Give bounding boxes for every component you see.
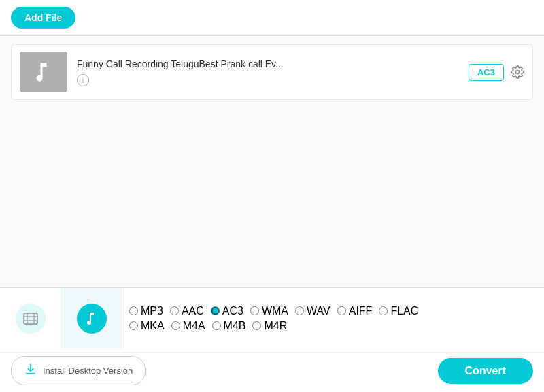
format-label-wma: WMA [262, 305, 288, 317]
radio-m4a[interactable] [171, 321, 180, 330]
top-bar: Add File [0, 0, 544, 36]
radio-wav[interactable] [295, 306, 304, 315]
radio-aiff[interactable] [337, 306, 346, 315]
format-option-flac[interactable]: FLAC [379, 305, 418, 317]
format-row-2: MKAM4AM4BM4R [129, 320, 537, 332]
radio-m4b[interactable] [212, 321, 221, 330]
format-label-aac: AAC [182, 305, 204, 317]
radio-m4r[interactable] [252, 321, 261, 330]
format-label-m4a: M4A [183, 320, 205, 332]
radio-flac[interactable] [379, 306, 388, 315]
radio-mp3[interactable] [129, 306, 138, 315]
radio-mka[interactable] [129, 321, 138, 330]
format-row-1: MP3AACAC3WMAWAVAIFFFLAC [129, 305, 537, 317]
format-option-wma[interactable]: WMA [250, 305, 288, 317]
add-file-button[interactable]: Add File [11, 7, 75, 29]
format-badge[interactable]: AC3 [469, 64, 504, 81]
download-icon [24, 362, 37, 379]
music-note-icon [31, 60, 56, 84]
format-label-ac3: AC3 [222, 305, 243, 317]
file-name: Funny Call Recording TeluguBest Prank ca… [77, 58, 376, 69]
info-icon[interactable]: i [77, 74, 89, 86]
format-label-flac: FLAC [390, 305, 418, 317]
action-bar: Install Desktop Version Convert [0, 349, 544, 392]
file-thumbnail [20, 52, 67, 92]
format-tabs: MP3AACAC3WMAWAVAIFFFLAC MKAM4AM4BM4R [0, 288, 544, 349]
format-label-m4b: M4B [224, 320, 246, 332]
format-label-wav: WAV [307, 305, 330, 317]
format-label-m4r: M4R [264, 320, 287, 332]
radio-ac3[interactable] [211, 306, 220, 315]
svg-rect-1 [24, 313, 37, 324]
install-label: Install Desktop Version [43, 366, 133, 376]
format-option-mp3[interactable]: MP3 [129, 305, 163, 317]
format-option-mka[interactable]: MKA [129, 320, 165, 332]
format-label-mka: MKA [141, 320, 165, 332]
radio-wma[interactable] [250, 306, 259, 315]
audio-tab-circle [77, 304, 107, 334]
svg-point-0 [516, 71, 520, 74]
format-option-wav[interactable]: WAV [295, 305, 330, 317]
radio-aac[interactable] [170, 306, 179, 315]
settings-button[interactable] [511, 65, 524, 79]
format-option-m4b[interactable]: M4B [212, 320, 246, 332]
format-option-aac[interactable]: AAC [170, 305, 204, 317]
install-desktop-button[interactable]: Install Desktop Version [11, 356, 146, 385]
tab-audio[interactable] [61, 288, 122, 349]
format-label-aiff: AIFF [349, 305, 373, 317]
format-label-mp3: MP3 [141, 305, 163, 317]
file-list-area: Funny Call Recording TeluguBest Prank ca… [0, 36, 544, 287]
format-option-ac3[interactable]: AC3 [211, 305, 243, 317]
file-item: Funny Call Recording TeluguBest Prank ca… [11, 44, 533, 100]
music-tab-icon [84, 310, 100, 327]
download-arrow-icon [24, 362, 37, 376]
format-option-m4a[interactable]: M4A [171, 320, 205, 332]
format-options: MP3AACAC3WMAWAVAIFFFLAC MKAM4AM4BM4R [122, 288, 544, 349]
film-icon [22, 310, 39, 327]
format-option-aiff[interactable]: AIFF [337, 305, 373, 317]
convert-button[interactable]: Convert [438, 358, 533, 384]
file-actions: AC3 [469, 64, 524, 81]
tab-video[interactable] [0, 288, 61, 349]
bottom-panel: MP3AACAC3WMAWAVAIFFFLAC MKAM4AM4BM4R Ins… [0, 287, 544, 392]
gear-icon [511, 65, 524, 79]
file-info: Funny Call Recording TeluguBest Prank ca… [77, 58, 459, 86]
format-option-m4r[interactable]: M4R [252, 320, 287, 332]
video-tab-circle [16, 304, 46, 334]
